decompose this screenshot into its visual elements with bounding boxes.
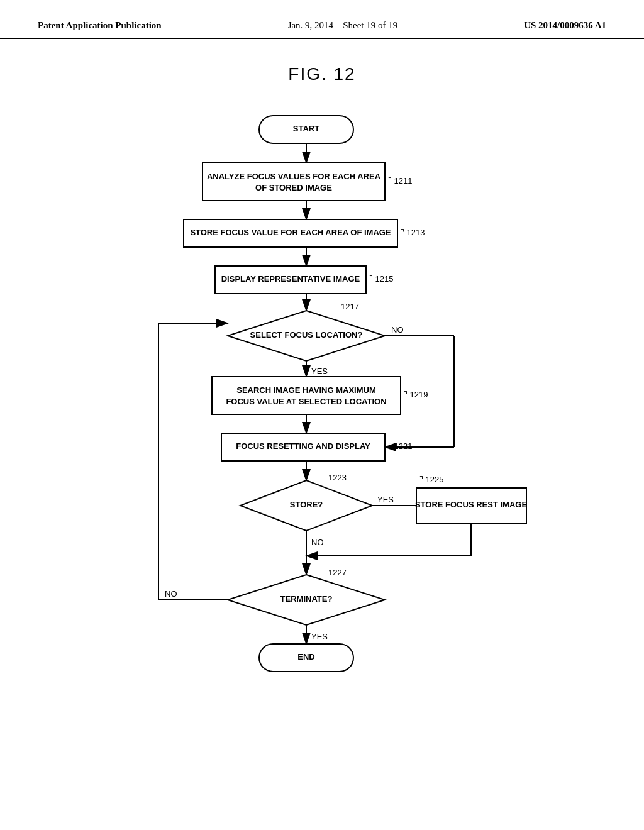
svg-text:STORE FOCUS REST IMAGE: STORE FOCUS REST IMAGE xyxy=(415,500,527,509)
sheet-label: Sheet 19 of 19 xyxy=(343,20,397,30)
svg-text:START: START xyxy=(293,124,319,133)
date-label: Jan. 9, 2014 xyxy=(288,20,334,30)
svg-text:TERMINATE?: TERMINATE? xyxy=(280,594,333,604)
svg-rect-4 xyxy=(203,163,385,201)
svg-text:⌝ 1221: ⌝ 1221 xyxy=(388,441,413,451)
svg-text:1227: 1227 xyxy=(328,568,347,577)
svg-rect-22 xyxy=(212,377,401,414)
figure-label: FIG. 12 xyxy=(288,64,355,84)
header-right: US 2014/0009636 A1 xyxy=(524,19,606,32)
svg-text:⌝ 1215: ⌝ 1215 xyxy=(369,274,394,284)
flowchart-container: START ANALYZE FOCUS VALUES FOR EACH AREA… xyxy=(102,103,542,766)
svg-text:⌝ 1213: ⌝ 1213 xyxy=(401,228,425,237)
svg-text:STORE FOCUS VALUE FOR EACH ARE: STORE FOCUS VALUE FOR EACH AREA OF IMAGE xyxy=(190,228,391,237)
flowchart-svg: START ANALYZE FOCUS VALUES FOR EACH AREA… xyxy=(102,103,542,763)
svg-text:END: END xyxy=(297,652,314,661)
svg-text:1223: 1223 xyxy=(328,473,347,482)
publication-label: Patent Application Publication xyxy=(38,20,162,30)
page-header: Patent Application Publication Jan. 9, 2… xyxy=(0,0,644,39)
svg-text:FOCUS VALUE AT SELECTED LOCATI: FOCUS VALUE AT SELECTED LOCATION xyxy=(226,397,386,406)
svg-text:STORE?: STORE? xyxy=(290,500,323,509)
svg-text:SEARCH IMAGE HAVING MAXIMUM: SEARCH IMAGE HAVING MAXIMUM xyxy=(236,385,375,395)
svg-text:FOCUS RESETTING AND DISPLAY: FOCUS RESETTING AND DISPLAY xyxy=(236,441,370,451)
svg-text:OF STORED IMAGE: OF STORED IMAGE xyxy=(255,183,332,192)
svg-text:YES: YES xyxy=(377,495,394,504)
svg-text:YES: YES xyxy=(311,632,328,641)
svg-text:ANALYZE FOCUS VALUES FOR EACH : ANALYZE FOCUS VALUES FOR EACH AREA xyxy=(207,172,381,181)
svg-text:⌝ 1211: ⌝ 1211 xyxy=(388,176,413,185)
header-center: Jan. 9, 2014 Sheet 19 of 19 xyxy=(288,19,398,32)
patent-number-label: US 2014/0009636 A1 xyxy=(524,20,606,30)
svg-text:NO: NO xyxy=(311,538,324,547)
svg-text:NO: NO xyxy=(165,589,177,599)
svg-text:⌝ 1219: ⌝ 1219 xyxy=(404,390,428,399)
svg-text:DISPLAY REPRESENTATIVE IMAGE: DISPLAY REPRESENTATIVE IMAGE xyxy=(221,274,360,284)
header-left: Patent Application Publication xyxy=(38,19,162,32)
svg-text:YES: YES xyxy=(311,367,328,376)
diagram-area: FIG. 12 START ANALYZE FOCUS VALUES FOR E… xyxy=(0,45,644,778)
svg-text:⌝ 1225: ⌝ 1225 xyxy=(419,475,444,484)
svg-text:1217: 1217 xyxy=(341,302,359,311)
svg-text:SELECT FOCUS LOCATION?: SELECT FOCUS LOCATION? xyxy=(250,330,363,340)
svg-text:NO: NO xyxy=(391,325,404,335)
